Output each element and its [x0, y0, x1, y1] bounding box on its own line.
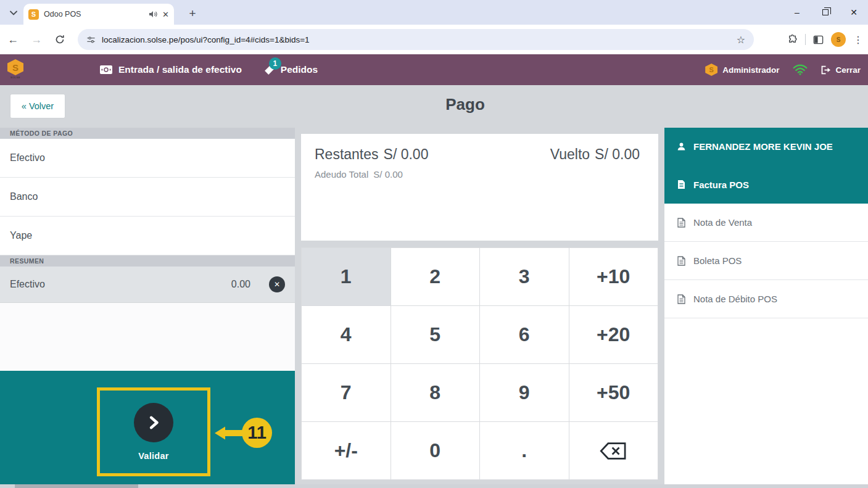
numpad-key-4[interactable]: 4 — [302, 306, 391, 363]
numpad-key-0[interactable]: 0 — [391, 422, 480, 479]
window-controls: – ✕ — [783, 0, 868, 25]
solse-logo-icon: S — [7, 59, 23, 75]
orders-button[interactable]: 1 Pedidos — [264, 64, 318, 75]
orders-badge: 1 — [269, 57, 281, 70]
customer-button[interactable]: FERNANDEZ MORE KEVIN JOE — [664, 128, 868, 165]
invoice-option-label: Boleta POS — [693, 255, 742, 266]
numpad-key-plus50[interactable]: +50 — [569, 364, 658, 421]
numpad: 1 2 3 +10 4 5 6 +20 7 8 9 +50 +/- 0 . — [301, 247, 658, 480]
browser-tab-active[interactable]: S Odoo POS ✕ — [23, 4, 174, 25]
solse-logo[interactable]: S SOLSE — [6, 59, 25, 80]
solse-logo-text: SOLSE — [10, 76, 20, 79]
site-settings-icon[interactable] — [86, 35, 96, 44]
odoo-favicon: S — [28, 9, 39, 20]
orders-label: Pedidos — [281, 64, 318, 75]
minimize-icon[interactable]: – — [783, 0, 811, 25]
total-due-value: S/ 0.00 — [373, 169, 403, 180]
numpad-key-1[interactable]: 1 — [302, 248, 391, 305]
browser-menu-icon[interactable]: ⋮ — [853, 34, 863, 46]
numpad-key-plus20[interactable]: +20 — [569, 306, 658, 363]
tab-close-icon[interactable]: ✕ — [162, 10, 169, 19]
payment-status-box: RestantesS/ 0.00 VueltoS/ 0.00 Adeudo To… — [301, 134, 658, 241]
profile-avatar[interactable]: S — [831, 32, 846, 47]
document-icon — [677, 180, 686, 189]
summary-amount: 0.00 — [231, 279, 250, 290]
new-tab-button[interactable]: + — [185, 6, 200, 21]
side-panel-icon[interactable] — [813, 35, 824, 45]
validate-button[interactable]: Validar — [97, 387, 210, 476]
back-icon[interactable]: ← — [2, 29, 23, 50]
validate-chevron-icon — [146, 415, 162, 431]
forward-icon[interactable]: → — [26, 29, 47, 50]
validate-label: Validar — [138, 451, 169, 461]
change-value: S/ 0.00 — [595, 146, 640, 162]
numpad-key-8[interactable]: 8 — [391, 364, 480, 421]
chevron-down-icon — [10, 10, 17, 15]
toolbar-right: S ⋮ — [787, 29, 863, 50]
document-icon — [677, 294, 686, 304]
numpad-key-2[interactable]: 2 — [391, 248, 480, 305]
page-title: Pago — [445, 95, 485, 114]
invoice-option-label: Factura POS — [693, 180, 749, 190]
remaining-value: S/ 0.00 — [384, 146, 429, 162]
change-label: Vuelto — [550, 146, 590, 162]
left-panel-filler — [0, 303, 295, 371]
pos-header-right: S Administrador Cerrar — [705, 64, 861, 76]
toolbar-divider — [805, 34, 806, 45]
total-due: Adeudo TotalS/ 0.00 — [315, 169, 645, 180]
bookmark-star-icon[interactable]: ☆ — [737, 34, 745, 46]
restore-icon[interactable] — [811, 0, 840, 25]
numpad-key-backspace[interactable] — [569, 422, 658, 479]
remaining-label: Restantes — [315, 146, 379, 162]
invoice-option-boleta-pos[interactable]: Boleta POS — [664, 242, 868, 280]
invoice-option-nota-de-venta[interactable]: Nota de Venta — [664, 204, 868, 242]
cash-in-out-button[interactable]: Entrada / salida de efectivo — [99, 64, 242, 75]
cash-in-out-label: Entrada / salida de efectivo — [118, 64, 242, 75]
browser-toolbar: ← → localizacion.solse.pe/pos/ui?config_… — [0, 25, 868, 54]
numpad-key-5[interactable]: 5 — [391, 306, 480, 363]
payment-methods-header: MÉTODO DE PAGO — [0, 128, 295, 139]
numpad-key-3[interactable]: 3 — [480, 248, 569, 305]
summary-line[interactable]: Efectivo 0.00 ✕ — [0, 267, 295, 303]
payment-method-banco[interactable]: Banco — [0, 178, 295, 217]
user-name: Administrador — [722, 65, 779, 75]
customer-name: FERNANDEZ MORE KEVIN JOE — [693, 141, 833, 152]
backspace-icon — [600, 442, 627, 460]
numpad-key-dot[interactable]: . — [480, 422, 569, 479]
refresh-icon[interactable] — [49, 29, 70, 50]
numpad-key-plusminus[interactable]: +/- — [302, 422, 391, 479]
pos-header: S SOLSE Entrada / salida de efectivo 1 P… — [0, 54, 868, 85]
total-due-label: Adeudo Total — [315, 169, 368, 180]
delete-payment-icon[interactable]: ✕ — [269, 276, 285, 292]
tab-title: Odoo POS — [44, 10, 145, 19]
user-menu[interactable]: S Administrador — [705, 64, 779, 76]
person-icon — [677, 142, 686, 151]
payment-method-yape[interactable]: Yape — [0, 217, 295, 255]
numpad-key-6[interactable]: 6 — [480, 306, 569, 363]
audio-playing-icon[interactable] — [149, 10, 157, 18]
url-bar[interactable]: localizacion.solse.pe/pos/ui?config_id=4… — [78, 29, 754, 50]
invoice-option-nota-de-debito-pos[interactable]: Nota de Débito POS — [664, 280, 868, 318]
tab-search-button[interactable] — [6, 6, 21, 20]
invoice-option-factura-pos[interactable]: Factura POS — [664, 165, 868, 204]
summary-method: Efectivo — [10, 279, 45, 290]
numpad-key-plus10[interactable]: +10 — [569, 248, 658, 305]
validate-circle — [134, 403, 173, 442]
horizontal-scrollbar[interactable] — [0, 484, 868, 488]
back-button[interactable]: « Volver — [10, 94, 65, 118]
invoice-option-label: Nota de Débito POS — [693, 294, 777, 304]
close-session-button[interactable]: Cerrar — [821, 65, 861, 75]
invoice-option-label: Nota de Venta — [693, 217, 752, 228]
scrollbar-thumb[interactable] — [15, 484, 138, 488]
change-amount: VueltoS/ 0.00 — [550, 146, 645, 163]
close-session-label: Cerrar — [835, 65, 861, 75]
payment-methods-list: Efectivo Banco Yape — [0, 139, 295, 255]
url-text[interactable]: localizacion.solse.pe/pos/ui?config_id=4… — [102, 35, 737, 44]
annotation-step-badge: 11 — [242, 418, 272, 448]
close-window-icon[interactable]: ✕ — [840, 0, 868, 25]
extensions-icon[interactable] — [787, 35, 798, 45]
payment-method-efectivo[interactable]: Efectivo — [0, 139, 295, 178]
numpad-key-9[interactable]: 9 — [480, 364, 569, 421]
numpad-key-7[interactable]: 7 — [302, 364, 391, 421]
wifi-icon[interactable] — [793, 64, 808, 75]
